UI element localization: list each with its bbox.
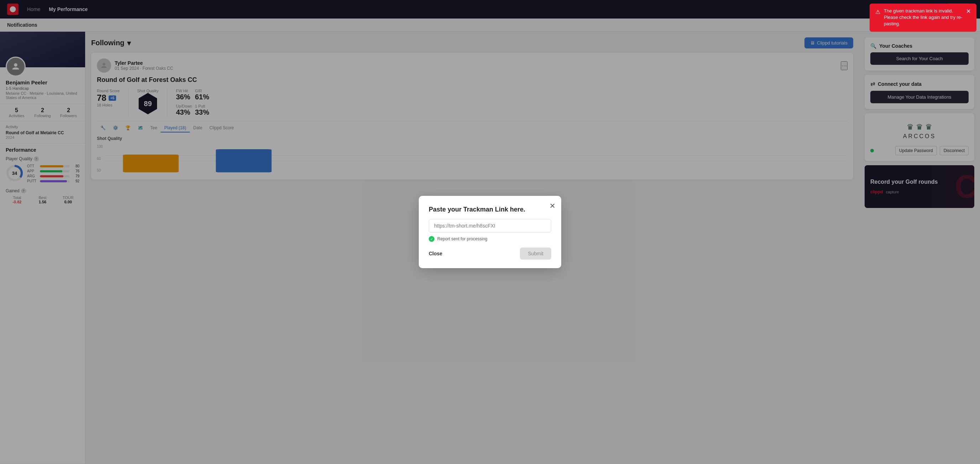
modal-title: Paste your Trackman Link here. <box>429 206 551 213</box>
modal-footer: Close Submit <box>429 248 551 260</box>
modal-close-x-button[interactable]: ✕ <box>549 202 555 210</box>
success-row: ✓ Report sent for processing <box>429 236 551 242</box>
modal-submit-button[interactable]: Submit <box>520 248 551 260</box>
success-icon: ✓ <box>429 236 434 242</box>
toast-close-button[interactable]: ✕ <box>966 8 971 14</box>
error-toast: ⚠ The given trackman link is invalid. Pl… <box>870 3 977 32</box>
warning-icon: ⚠ <box>875 8 880 16</box>
modal-overlay[interactable]: Paste your Trackman Link here. ✕ ✓ Repor… <box>0 0 980 464</box>
toast-message: The given trackman link is invalid. Plea… <box>884 8 963 27</box>
modal-close-button[interactable]: Close <box>429 251 442 256</box>
trackman-link-input[interactable] <box>429 219 551 232</box>
trackman-modal: Paste your Trackman Link here. ✕ ✓ Repor… <box>419 196 561 268</box>
success-message: Report sent for processing <box>437 237 487 242</box>
